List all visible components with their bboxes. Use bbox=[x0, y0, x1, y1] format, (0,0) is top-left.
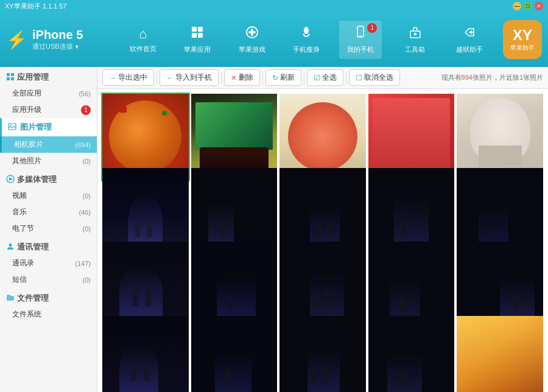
photo-item[interactable]: ✓ bbox=[368, 316, 455, 393]
nav-myphone-label: 我的手机 bbox=[347, 45, 374, 54]
home-icon: ⌂ bbox=[139, 26, 147, 42]
photo-item[interactable]: ✓ bbox=[279, 316, 366, 393]
svg-rect-15 bbox=[7, 77, 10, 80]
import-to-phone-button[interactable]: ← 导入到手机 bbox=[160, 69, 219, 86]
nav-jailbreak[interactable]: 越狱助手 bbox=[448, 21, 491, 59]
file-mgmt-icon bbox=[6, 293, 15, 304]
window-controls: — □ ✕ bbox=[513, 2, 543, 10]
svg-point-18 bbox=[10, 124, 11, 125]
photo-item[interactable]: ✓ bbox=[457, 168, 543, 254]
select-all-button[interactable]: ☑ 全选 bbox=[307, 69, 343, 86]
nav-toolbox-label: 工具箱 bbox=[405, 45, 425, 54]
video-count: (0) bbox=[83, 192, 91, 200]
sidebar-item-app-upgrade[interactable]: 应用升级 1 bbox=[0, 102, 97, 118]
sidebar-item-filesystem[interactable]: 文件系统 bbox=[0, 306, 97, 323]
delete-button[interactable]: ✕ 删除 bbox=[224, 69, 260, 86]
import-icon: ← bbox=[166, 74, 174, 82]
xy-logo[interactable]: XY 苹果助手 bbox=[503, 20, 542, 59]
photo-item[interactable]: ✓ bbox=[279, 168, 366, 254]
svg-rect-7 bbox=[251, 29, 253, 36]
games-icon bbox=[245, 26, 259, 43]
camera-roll-count: (694) bbox=[75, 141, 91, 149]
nav-home[interactable]: ⌂ 软件首页 bbox=[122, 21, 164, 58]
divider-4 bbox=[304, 72, 304, 84]
all-apps-count: (56) bbox=[79, 90, 91, 97]
photo-item[interactable]: ✓ bbox=[191, 242, 278, 328]
photo-item[interactable]: ✓ bbox=[102, 242, 189, 328]
device-connection: 通过USB连接 ▼ bbox=[32, 42, 83, 51]
svg-rect-16 bbox=[11, 77, 14, 80]
jailbreak-icon bbox=[463, 26, 476, 43]
photo-item[interactable]: ✓ bbox=[368, 242, 455, 328]
export-selected-button[interactable]: → 导出选中 bbox=[102, 69, 154, 86]
maximize-button[interactable]: □ bbox=[524, 2, 532, 10]
nav-slim[interactable]: 手机瘦身 bbox=[285, 21, 328, 59]
svg-point-6 bbox=[253, 31, 256, 33]
svg-rect-0 bbox=[192, 27, 197, 32]
deselect-icon: ☐ bbox=[356, 74, 362, 82]
delete-icon: ✕ bbox=[231, 74, 237, 82]
svg-point-8 bbox=[304, 27, 309, 34]
photo-toolbar: → 导出选中 ← 导入到手机 ✕ 删除 ↻ 刷新 ☑ 全选 bbox=[97, 67, 548, 89]
select-all-icon: ☑ bbox=[314, 74, 320, 82]
sidebar-item-ringtone[interactable]: 电了节 (0) bbox=[0, 220, 97, 237]
photo-item[interactable]: ✓ bbox=[102, 316, 189, 393]
myphone-badge: 1 bbox=[367, 23, 377, 33]
sidebar-item-all-apps[interactable]: 全部应用 (56) bbox=[0, 85, 97, 102]
video-label: 视频 bbox=[12, 191, 27, 201]
photo-item[interactable]: ✓ bbox=[457, 94, 543, 180]
export-icon: → bbox=[109, 74, 116, 82]
contacts-label: 通讯录 bbox=[12, 258, 34, 268]
sidebar-item-video[interactable]: 视频 (0) bbox=[0, 187, 97, 204]
nav-games-label: 苹果游戏 bbox=[239, 45, 265, 54]
photo-item[interactable]: ✓ bbox=[191, 168, 278, 254]
sidebar-item-contacts[interactable]: 通讯录 (147) bbox=[0, 255, 97, 271]
photo-item[interactable]: ✓ bbox=[102, 168, 189, 254]
sidebar-section-photo-mgmt[interactable]: 图片管理 bbox=[0, 118, 97, 136]
svg-rect-13 bbox=[7, 73, 10, 76]
photo-item[interactable]: ✓ bbox=[191, 316, 278, 393]
nav-myphone[interactable]: 我的手机 1 bbox=[339, 21, 382, 59]
app-title: XY苹果助手 1.1.1.57 bbox=[5, 2, 67, 11]
svg-rect-2 bbox=[192, 33, 197, 38]
photo-item[interactable]: ✓ bbox=[457, 316, 543, 393]
photo-item[interactable]: ✓ bbox=[191, 94, 278, 180]
sidebar-item-music[interactable]: 音乐 (46) bbox=[0, 204, 97, 220]
nav-toolbox[interactable]: 工具箱 bbox=[394, 21, 437, 59]
photo-item[interactable]: ✓ bbox=[368, 94, 455, 180]
divider-3 bbox=[262, 72, 263, 84]
sidebar-item-other-photos[interactable]: 其他照片 (0) bbox=[0, 153, 97, 169]
photo-mgmt-title: 图片管理 bbox=[20, 122, 52, 133]
svg-marker-20 bbox=[9, 177, 13, 181]
app-upgrade-label: 应用升级 bbox=[12, 105, 41, 115]
sidebar-item-camera-roll[interactable]: 相机胶片 (694) bbox=[0, 136, 97, 153]
photo-item[interactable]: ✓ bbox=[457, 242, 543, 328]
minimize-button[interactable]: — bbox=[513, 2, 521, 10]
nav-slim-label: 手机瘦身 bbox=[293, 45, 320, 54]
app-mgmt-icon bbox=[6, 72, 15, 83]
photo-item[interactable]: ✓ bbox=[102, 94, 189, 180]
media-mgmt-title: 多媒体管理 bbox=[17, 174, 57, 185]
contact-mgmt-icon bbox=[6, 242, 15, 253]
music-count: (46) bbox=[79, 209, 91, 216]
photo-item[interactable]: ✓ bbox=[279, 242, 366, 328]
refresh-icon: ↻ bbox=[272, 74, 278, 82]
nav-jailbreak-label: 越狱助手 bbox=[456, 45, 483, 54]
deselect-all-button[interactable]: ☐ 取消全选 bbox=[349, 69, 400, 86]
photo-item[interactable]: ✓ bbox=[279, 94, 366, 180]
ringtone-label: 电了节 bbox=[12, 223, 34, 234]
close-button[interactable]: ✕ bbox=[535, 2, 543, 10]
sms-count: (0) bbox=[83, 276, 91, 284]
sidebar-item-sms[interactable]: 短信 (0) bbox=[0, 271, 97, 288]
upgrade-badge: 1 bbox=[81, 105, 91, 115]
nav-apps[interactable]: 苹果应用 bbox=[176, 21, 219, 59]
nav-games[interactable]: 苹果游戏 bbox=[231, 21, 273, 59]
app-mgmt-title: 应用管理 bbox=[17, 72, 49, 83]
photo-item[interactable]: ✓ bbox=[368, 168, 455, 254]
other-photos-label: 其他照片 bbox=[12, 156, 41, 166]
phone-icon bbox=[354, 26, 367, 43]
connection-dropdown[interactable]: ▼ bbox=[74, 44, 80, 50]
sidebar-section-app-mgmt: 应用管理 bbox=[0, 67, 97, 85]
refresh-button[interactable]: ↻ 刷新 bbox=[265, 69, 301, 86]
file-mgmt-title: 文件管理 bbox=[17, 293, 49, 304]
